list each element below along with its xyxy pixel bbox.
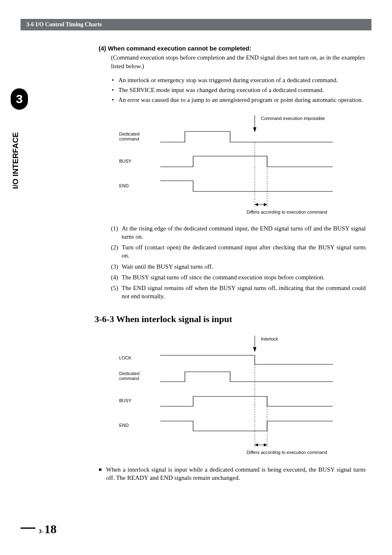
- list-item: An interlock or emergency stop was trigg…: [111, 76, 366, 84]
- list-item: (3)Wait until the BUSY signal turns off.: [111, 263, 366, 271]
- side-section-label: I/O INTERFACE: [11, 132, 20, 189]
- header-bar: 3-6 I/O Control Timing Charts: [21, 19, 371, 30]
- svg-text:BUSY: BUSY: [119, 159, 132, 164]
- timing-diagram-1: Command execution impossible Dedicated c…: [119, 115, 349, 218]
- svg-text:LOCK: LOCK: [119, 355, 132, 360]
- svg-text:BUSY: BUSY: [119, 398, 132, 403]
- svg-text:END: END: [119, 183, 129, 188]
- svg-marker-24: [264, 443, 267, 447]
- page-content: (4) When command execution cannot be com…: [99, 44, 366, 482]
- svg-text:Dedicated: Dedicated: [119, 131, 140, 136]
- svg-marker-11: [264, 203, 267, 206]
- timing-diagram-2: Interlock LOCK Dedicated command BUSY EN…: [119, 336, 349, 459]
- page-prefix: 3-: [39, 528, 44, 535]
- list-item: (4)The BUSY signal turns off since the c…: [111, 273, 366, 281]
- section-363-heading: 3-6-3 When interlock signal is input: [95, 313, 366, 325]
- section363-note: ■ When a interlock signal is input while…: [99, 465, 366, 482]
- section4-steps: (1)At the rising edge of the dedicated c…: [111, 224, 366, 301]
- chapter-number: 3: [16, 92, 23, 106]
- list-item: (5)The END signal remains off when the B…: [111, 284, 366, 301]
- diagram1-top-label: Command execution impossible: [261, 116, 325, 121]
- list-item: (1)At the rising edge of the dedicated c…: [111, 224, 366, 241]
- diagram1-bottom-note: Differs according to execution command: [247, 210, 327, 214]
- section4-intro: (Command execution stops before completi…: [111, 53, 366, 70]
- svg-text:END: END: [119, 423, 129, 428]
- square-bullet-icon: ■: [99, 465, 106, 482]
- svg-text:Dedicated: Dedicated: [119, 371, 140, 376]
- list-item: An error was caused due to a jump to an …: [111, 96, 366, 104]
- list-item: The SERVICE mode input was changed durin…: [111, 86, 366, 94]
- chapter-number-tab: 3: [11, 88, 28, 110]
- diagram2-bottom-note: Differs according to execution command: [247, 450, 327, 455]
- svg-marker-10: [255, 203, 258, 206]
- section4-bullets: An interlock or emergency stop was trigg…: [111, 76, 366, 104]
- diagram2-top-label: Interlock: [261, 336, 278, 341]
- svg-text:command: command: [119, 136, 139, 141]
- svg-marker-23: [255, 443, 258, 447]
- header-title: 3-6 I/O Control Timing Charts: [26, 21, 102, 28]
- page-footer: 3- 18: [21, 522, 57, 536]
- list-item: (2)Turn off (contact open) the dedicated…: [111, 243, 366, 260]
- page-number: 18: [44, 522, 57, 536]
- footer-tick-icon: [21, 527, 35, 529]
- svg-text:command: command: [119, 376, 139, 381]
- section4-title: (4) When command execution cannot be com…: [99, 44, 366, 53]
